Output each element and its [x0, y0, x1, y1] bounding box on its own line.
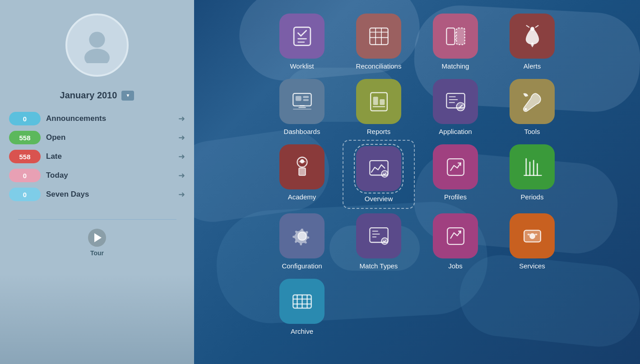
academy-label: Academy	[288, 193, 316, 201]
tour-section[interactable]: Tour	[88, 229, 106, 257]
application-label: Application	[439, 128, 472, 135]
date-dropdown-button[interactable]	[121, 91, 134, 101]
svg-rect-19	[295, 96, 301, 101]
stat-rows: 0 Announcements ➜ 558 Open ➜ 558 Late ➜ …	[9, 112, 185, 201]
svg-rect-37	[299, 168, 306, 175]
app-reconciliations[interactable]: Reconciliations	[347, 14, 410, 70]
svg-rect-52	[447, 228, 464, 244]
overview-icon	[356, 146, 401, 191]
reconciliations-icon	[356, 14, 401, 59]
stat-row-open[interactable]: 558 Open ➜	[9, 131, 185, 144]
app-configuration[interactable]: Configuration	[270, 213, 334, 270]
reports-icon	[356, 79, 401, 124]
jobs-icon	[433, 213, 478, 258]
sidebar-divider	[18, 219, 176, 220]
main-content: Worklist Reconciliations Matching Alerts	[194, 0, 640, 364]
svg-point-54	[529, 233, 535, 239]
app-overview[interactable]: Overview	[347, 144, 410, 204]
announcements-label: Announcements	[46, 114, 173, 123]
announcements-badge: 0	[9, 112, 41, 125]
late-label: Late	[46, 152, 173, 161]
svg-rect-56	[535, 234, 538, 235]
app-services[interactable]: Services	[501, 213, 564, 270]
svg-point-35	[524, 108, 527, 111]
app-reports[interactable]: Reports	[347, 79, 410, 135]
reports-label: Reports	[367, 128, 391, 135]
late-badge: 558	[9, 150, 41, 163]
app-tools[interactable]: Tools	[501, 79, 564, 135]
app-archive[interactable]: Archive	[270, 279, 334, 335]
alerts-icon	[510, 14, 555, 59]
svg-point-38	[300, 159, 304, 163]
archive-label: Archive	[291, 327, 313, 335]
date-selector[interactable]: January 2010	[60, 90, 134, 101]
matching-icon	[433, 14, 478, 59]
announcements-arrow[interactable]: ➜	[178, 114, 185, 124]
periods-label: Periods	[521, 193, 544, 201]
late-arrow[interactable]: ➜	[178, 152, 185, 161]
matching-label: Matching	[442, 62, 469, 70]
tour-button[interactable]	[88, 229, 106, 247]
svg-rect-2	[294, 27, 311, 45]
stat-row-today[interactable]: 0 Today ➜	[9, 169, 185, 182]
application-icon	[433, 79, 478, 124]
app-periods[interactable]: Periods	[501, 144, 564, 204]
seven-days-arrow[interactable]: ➜	[178, 189, 185, 199]
today-badge: 0	[9, 169, 41, 182]
services-icon	[510, 213, 555, 258]
services-label: Services	[519, 262, 545, 270]
avatar	[65, 14, 129, 77]
svg-rect-27	[380, 99, 385, 105]
app-match-types[interactable]: Match Types	[347, 213, 410, 270]
seven-days-badge: 0	[9, 188, 41, 201]
open-arrow[interactable]: ➜	[178, 133, 185, 143]
app-dashboards[interactable]: Dashboards	[270, 79, 334, 135]
svg-point-0	[89, 32, 105, 47]
app-jobs[interactable]: Jobs	[424, 213, 487, 270]
svg-rect-20	[303, 96, 309, 98]
reconciliations-label: Reconciliations	[356, 62, 402, 70]
academy-icon	[279, 144, 325, 189]
date-label: January 2010	[60, 90, 117, 101]
app-profiles[interactable]: Profiles	[424, 144, 487, 204]
svg-rect-11	[456, 28, 464, 45]
match-types-label: Match Types	[360, 262, 398, 270]
worklist-icon	[279, 14, 325, 59]
periods-icon	[510, 144, 555, 189]
overview-label: Overview	[365, 195, 393, 203]
dashboards-label: Dashboards	[284, 128, 320, 135]
profiles-label: Profiles	[444, 193, 467, 201]
svg-rect-26	[373, 97, 378, 105]
tour-play-icon	[94, 233, 102, 242]
dashboards-icon	[279, 79, 325, 124]
stat-row-late[interactable]: 558 Late ➜	[9, 150, 185, 163]
alerts-label: Alerts	[524, 62, 541, 70]
svg-rect-55	[527, 234, 530, 235]
today-arrow[interactable]: ➜	[178, 170, 185, 180]
stat-row-announcements[interactable]: 0 Announcements ➜	[9, 112, 185, 125]
sidebar: January 2010 0 Announcements ➜ 558 Open …	[0, 0, 194, 364]
stat-row-seven-days[interactable]: 0 Seven Days ➜	[9, 188, 185, 201]
app-worklist[interactable]: Worklist	[270, 14, 334, 70]
tools-icon	[510, 79, 555, 124]
app-application[interactable]: Application	[424, 79, 487, 135]
configuration-icon	[279, 213, 325, 258]
configuration-label: Configuration	[282, 262, 322, 270]
match-types-icon	[356, 213, 401, 258]
svg-rect-10	[446, 28, 454, 45]
svg-rect-5	[370, 28, 388, 45]
tools-label: Tools	[524, 128, 540, 135]
archive-icon	[279, 279, 325, 324]
svg-rect-21	[303, 99, 309, 101]
today-label: Today	[46, 171, 173, 180]
seven-days-label: Seven Days	[46, 190, 173, 199]
profiles-icon	[433, 144, 478, 189]
svg-point-1	[84, 49, 110, 63]
app-matching[interactable]: Matching	[424, 14, 487, 70]
apps-grid: Worklist Reconciliations Matching Alerts	[194, 0, 640, 349]
open-badge: 558	[9, 131, 41, 144]
app-academy[interactable]: Academy	[270, 144, 334, 204]
app-alerts[interactable]: Alerts	[501, 14, 564, 70]
open-label: Open	[46, 133, 173, 142]
worklist-label: Worklist	[290, 62, 314, 70]
